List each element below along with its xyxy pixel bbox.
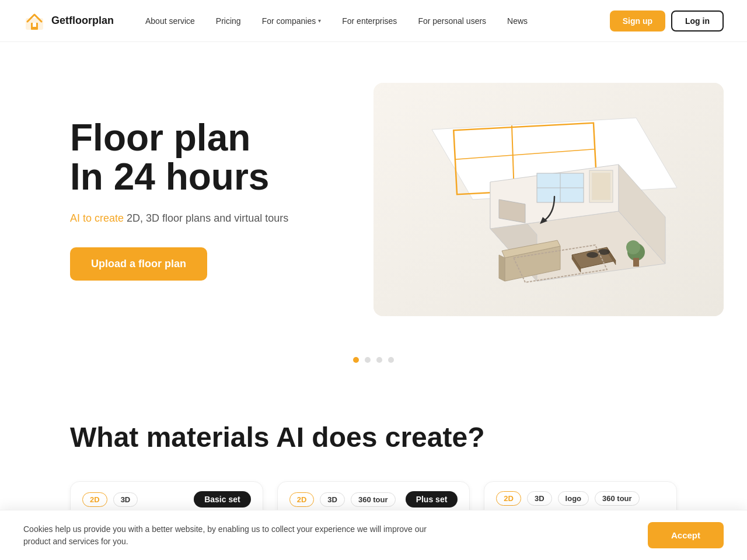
floor-plan-svg: [374, 83, 724, 316]
hero-title: Floor plan In 24 hours: [70, 118, 350, 197]
tag-3d-plus[interactable]: 3D: [320, 492, 345, 507]
svg-rect-2: [33, 23, 36, 27]
nav-pricing[interactable]: Pricing: [208, 12, 249, 30]
nav-enterprises[interactable]: For enterprises: [334, 12, 405, 30]
tag-360-plus[interactable]: 360 tour: [351, 492, 396, 507]
materials-title: What materials AI does create?: [70, 421, 677, 453]
svg-marker-18: [499, 255, 505, 281]
hero-left: Floor plan In 24 hours AI to create 2D, …: [70, 118, 350, 281]
basic-set-badge: Basic set: [194, 491, 250, 508]
svg-rect-25: [633, 258, 639, 267]
hero-section: Floor plan In 24 hours AI to create 2D, …: [0, 42, 747, 345]
nav-about[interactable]: About service: [137, 12, 203, 30]
svg-point-26: [587, 252, 598, 258]
nav-links: About service Pricing For companies ▾ Fo…: [137, 12, 610, 30]
tag-logo-pro[interactable]: logo: [558, 491, 589, 506]
hero-right: [374, 83, 724, 316]
nav-companies[interactable]: For companies ▾: [254, 12, 330, 30]
signup-button[interactable]: Sign up: [610, 10, 665, 32]
navbar: Getfloorplan About service Pricing For c…: [0, 0, 747, 42]
hero-illustration: [374, 83, 724, 316]
tag-3d-pro[interactable]: 3D: [527, 491, 552, 506]
nav-personal[interactable]: For personal users: [410, 12, 494, 30]
logo-link[interactable]: Getfloorplan: [23, 10, 114, 32]
plus-set-badge: Plus set: [406, 491, 458, 508]
svg-point-24: [626, 240, 640, 254]
cookie-text: Cookies help us provide you with a bette…: [23, 523, 444, 548]
tag-3d-basic[interactable]: 3D: [113, 492, 138, 507]
floor-plan-3d-illustration: [374, 83, 724, 316]
svg-rect-16: [592, 173, 610, 200]
cookie-banner: Cookies help us provide you with a bette…: [0, 510, 747, 560]
carousel-dot-2[interactable]: [365, 357, 371, 363]
tag-2d-pro[interactable]: 2D: [496, 491, 521, 506]
tag-2d-basic[interactable]: 2D: [82, 492, 107, 507]
hero-subtitle: AI to create 2D, 3D floor plans and virt…: [70, 211, 350, 226]
nav-actions: Sign up Log in: [610, 10, 724, 32]
tag-360-pro[interactable]: 360 tour: [595, 491, 640, 506]
logo-text: Getfloorplan: [51, 15, 114, 27]
login-button[interactable]: Log in: [671, 10, 724, 32]
carousel-dots: [0, 345, 747, 386]
accept-cookies-button[interactable]: Accept: [648, 522, 724, 548]
chevron-down-icon: ▾: [318, 18, 321, 24]
logo-icon: [23, 10, 46, 32]
tag-2d-plus[interactable]: 2D: [289, 492, 315, 507]
nav-news[interactable]: News: [499, 12, 536, 30]
carousel-dot-4[interactable]: [388, 357, 394, 363]
carousel-dot-3[interactable]: [376, 357, 382, 363]
upload-floor-plan-button[interactable]: Upload a floor plan: [70, 247, 207, 281]
carousel-dot-1[interactable]: [353, 357, 359, 363]
